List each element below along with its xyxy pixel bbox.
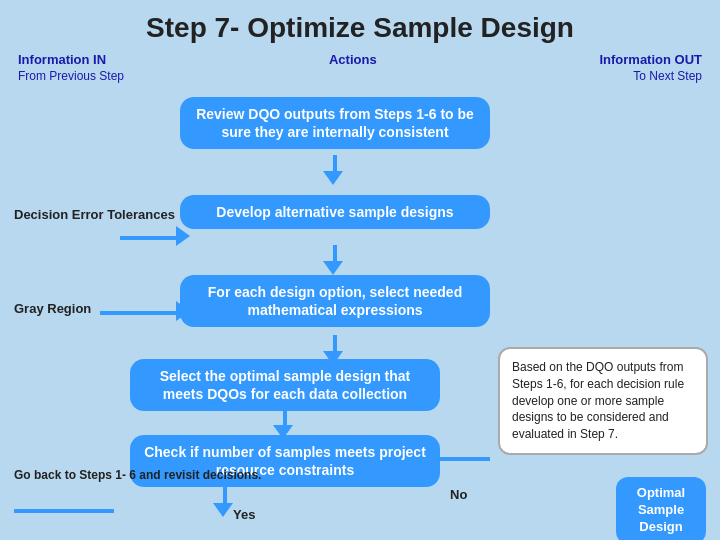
to-next-label: To Next Step [633,69,702,83]
action-box-3: For each design option, select needed ma… [180,275,490,327]
connector-h1 [120,236,180,240]
yes-label: Yes [233,507,255,522]
main-content: Review DQO outputs from Steps 1-6 to be … [0,87,720,537]
decision-error-label: Decision Error Tolerances [14,207,175,224]
arrow-1 [323,171,343,185]
info-out-label: Information OUT [599,52,702,67]
arrow-yes [213,503,233,517]
arrow-dec [176,226,190,246]
gray-region-label: Gray Region [14,301,91,318]
action-box-2: Develop alternative sample designs [180,195,490,229]
action-box-1: Review DQO outputs from Steps 1-6 to be … [180,97,490,149]
no-label: No [450,487,467,502]
popup-box: Based on the DQO outputs from Steps 1-6,… [498,347,708,455]
connector-back-h [14,509,114,513]
subheader-row: From Previous Step To Next Step [0,67,720,83]
connector-yes-v [223,485,227,505]
page-title: Step 7- Optimize Sample Design [0,0,720,52]
actions-label: Actions [329,52,377,67]
info-in-label: Information IN [18,52,106,67]
go-back-label: Go back to Steps 1- 6 and revisit decisi… [14,467,261,484]
arrow-2 [323,261,343,275]
connector-no-h [440,457,490,461]
from-prev-label: From Previous Step [18,69,124,83]
optimal-sample-box: Optimal Sample Design [616,477,706,540]
header-row: Information IN Actions Information OUT [0,52,720,67]
action-box-4: Select the optimal sample design that me… [130,359,440,411]
connector-h2 [100,311,180,315]
